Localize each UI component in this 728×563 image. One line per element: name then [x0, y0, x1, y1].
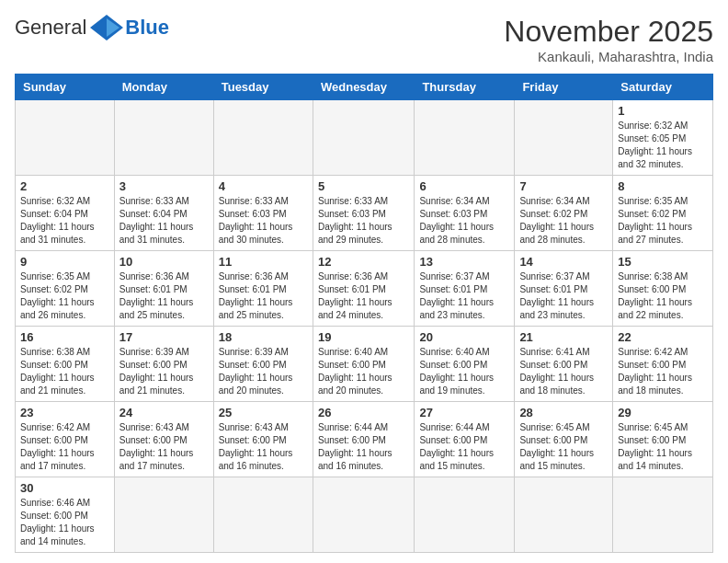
day-info: Sunrise: 6:37 AM Sunset: 6:01 PM Dayligh… — [419, 270, 509, 322]
calendar-cell — [515, 100, 613, 176]
day-info: Sunrise: 6:40 AM Sunset: 6:00 PM Dayligh… — [318, 346, 409, 397]
day-info: Sunrise: 6:32 AM Sunset: 6:04 PM Dayligh… — [20, 195, 109, 247]
day-info: Sunrise: 6:45 AM Sunset: 6:00 PM Dayligh… — [618, 421, 708, 473]
day-number: 4 — [219, 179, 308, 193]
calendar-cell: 22Sunrise: 6:42 AM Sunset: 6:00 PM Dayli… — [613, 327, 713, 402]
calendar-week-row: 16Sunrise: 6:38 AM Sunset: 6:00 PM Dayli… — [16, 327, 713, 402]
calendar-cell: 15Sunrise: 6:38 AM Sunset: 6:00 PM Dayli… — [613, 251, 713, 327]
logo-general-text: General — [15, 16, 86, 40]
day-info: Sunrise: 6:36 AM Sunset: 6:01 PM Dayligh… — [119, 270, 209, 322]
calendar-cell: 4Sunrise: 6:33 AM Sunset: 6:03 PM Daylig… — [213, 176, 313, 251]
day-number: 25 — [219, 406, 308, 419]
day-info: Sunrise: 6:45 AM Sunset: 6:00 PM Dayligh… — [519, 421, 608, 473]
day-info: Sunrise: 6:43 AM Sunset: 6:00 PM Dayligh… — [119, 421, 209, 473]
day-number: 12 — [318, 255, 409, 269]
day-number: 6 — [419, 179, 509, 193]
day-info: Sunrise: 6:39 AM Sunset: 6:00 PM Dayligh… — [219, 346, 308, 397]
day-info: Sunrise: 6:46 AM Sunset: 6:00 PM Dayligh… — [20, 497, 109, 548]
day-number: 9 — [20, 255, 109, 269]
day-number: 3 — [119, 179, 209, 193]
calendar-cell: 13Sunrise: 6:37 AM Sunset: 6:01 PM Dayli… — [415, 251, 515, 327]
calendar-cell: 6Sunrise: 6:34 AM Sunset: 6:03 PM Daylig… — [415, 176, 515, 251]
calendar-cell: 2Sunrise: 6:32 AM Sunset: 6:04 PM Daylig… — [16, 176, 115, 251]
calendar-cell: 28Sunrise: 6:45 AM Sunset: 6:00 PM Dayli… — [515, 402, 613, 477]
day-number: 26 — [318, 406, 409, 419]
day-info: Sunrise: 6:44 AM Sunset: 6:00 PM Dayligh… — [419, 421, 509, 473]
calendar-cell: 25Sunrise: 6:43 AM Sunset: 6:00 PM Dayli… — [213, 402, 313, 477]
day-info: Sunrise: 6:39 AM Sunset: 6:00 PM Dayligh… — [119, 346, 209, 397]
day-info: Sunrise: 6:44 AM Sunset: 6:00 PM Dayligh… — [318, 421, 409, 473]
calendar-cell — [213, 100, 313, 176]
day-info: Sunrise: 6:43 AM Sunset: 6:00 PM Dayligh… — [219, 421, 308, 473]
day-number: 7 — [519, 179, 608, 193]
calendar-cell: 3Sunrise: 6:33 AM Sunset: 6:04 PM Daylig… — [114, 176, 213, 251]
calendar-table: SundayMondayTuesdayWednesdayThursdayFrid… — [15, 74, 713, 553]
month-year-title: November 2025 — [504, 15, 713, 49]
day-number: 27 — [419, 406, 509, 419]
calendar-cell — [213, 477, 313, 553]
day-number: 22 — [618, 330, 708, 344]
calendar-cell: 27Sunrise: 6:44 AM Sunset: 6:00 PM Dayli… — [415, 402, 515, 477]
calendar-header-row: SundayMondayTuesdayWednesdayThursdayFrid… — [16, 75, 713, 100]
col-header-sunday: Sunday — [16, 75, 115, 100]
day-number: 15 — [618, 255, 708, 269]
calendar-cell: 21Sunrise: 6:41 AM Sunset: 6:00 PM Dayli… — [515, 327, 613, 402]
page-header: General Blue November 2025 Kankauli, Mah… — [15, 15, 713, 64]
day-number: 5 — [318, 179, 409, 193]
calendar-cell: 5Sunrise: 6:33 AM Sunset: 6:03 PM Daylig… — [313, 176, 414, 251]
day-number: 10 — [119, 255, 209, 269]
day-info: Sunrise: 6:40 AM Sunset: 6:00 PM Dayligh… — [419, 346, 509, 397]
location-subtitle: Kankauli, Maharashtra, India — [504, 49, 713, 64]
col-header-friday: Friday — [515, 75, 613, 100]
calendar-cell: 20Sunrise: 6:40 AM Sunset: 6:00 PM Dayli… — [415, 327, 515, 402]
title-block: November 2025 Kankauli, Maharashtra, Ind… — [504, 15, 713, 64]
calendar-cell: 9Sunrise: 6:35 AM Sunset: 6:02 PM Daylig… — [16, 251, 115, 327]
col-header-wednesday: Wednesday — [313, 75, 414, 100]
day-info: Sunrise: 6:35 AM Sunset: 6:02 PM Dayligh… — [618, 195, 708, 247]
calendar-cell: 14Sunrise: 6:37 AM Sunset: 6:01 PM Dayli… — [515, 251, 613, 327]
day-number: 21 — [519, 330, 608, 344]
calendar-cell: 12Sunrise: 6:36 AM Sunset: 6:01 PM Dayli… — [313, 251, 414, 327]
day-number: 24 — [119, 406, 209, 419]
calendar-cell — [415, 100, 515, 176]
calendar-week-row: 2Sunrise: 6:32 AM Sunset: 6:04 PM Daylig… — [16, 176, 713, 251]
calendar-cell — [16, 100, 115, 176]
calendar-cell: 8Sunrise: 6:35 AM Sunset: 6:02 PM Daylig… — [613, 176, 713, 251]
calendar-cell: 23Sunrise: 6:42 AM Sunset: 6:00 PM Dayli… — [16, 402, 115, 477]
day-number: 30 — [20, 481, 109, 495]
day-number: 1 — [618, 104, 708, 118]
calendar-cell — [313, 100, 414, 176]
calendar-cell — [114, 477, 213, 553]
calendar-cell: 18Sunrise: 6:39 AM Sunset: 6:00 PM Dayli… — [213, 327, 313, 402]
calendar-cell: 24Sunrise: 6:43 AM Sunset: 6:00 PM Dayli… — [114, 402, 213, 477]
day-number: 2 — [20, 179, 109, 193]
calendar-cell — [515, 477, 613, 553]
day-number: 11 — [219, 255, 308, 269]
day-info: Sunrise: 6:37 AM Sunset: 6:01 PM Dayligh… — [519, 270, 608, 322]
calendar-week-row: 30Sunrise: 6:46 AM Sunset: 6:00 PM Dayli… — [16, 477, 713, 553]
day-info: Sunrise: 6:32 AM Sunset: 6:05 PM Dayligh… — [618, 120, 708, 171]
day-info: Sunrise: 6:33 AM Sunset: 6:03 PM Dayligh… — [318, 195, 409, 247]
logo-blue-text: Blue — [125, 16, 169, 40]
calendar-cell: 10Sunrise: 6:36 AM Sunset: 6:01 PM Dayli… — [114, 251, 213, 327]
calendar-cell: 17Sunrise: 6:39 AM Sunset: 6:00 PM Dayli… — [114, 327, 213, 402]
day-info: Sunrise: 6:42 AM Sunset: 6:00 PM Dayligh… — [618, 346, 708, 397]
day-number: 29 — [618, 406, 708, 419]
day-info: Sunrise: 6:33 AM Sunset: 6:04 PM Dayligh… — [119, 195, 209, 247]
calendar-cell: 1Sunrise: 6:32 AM Sunset: 6:05 PM Daylig… — [613, 100, 713, 176]
calendar-cell: 29Sunrise: 6:45 AM Sunset: 6:00 PM Dayli… — [613, 402, 713, 477]
day-info: Sunrise: 6:34 AM Sunset: 6:03 PM Dayligh… — [419, 195, 509, 247]
logo: General Blue — [15, 15, 169, 40]
day-info: Sunrise: 6:42 AM Sunset: 6:00 PM Dayligh… — [20, 421, 109, 473]
calendar-cell: 7Sunrise: 6:34 AM Sunset: 6:02 PM Daylig… — [515, 176, 613, 251]
day-number: 14 — [519, 255, 608, 269]
day-info: Sunrise: 6:38 AM Sunset: 6:00 PM Dayligh… — [20, 346, 109, 397]
calendar-cell — [415, 477, 515, 553]
day-info: Sunrise: 6:36 AM Sunset: 6:01 PM Dayligh… — [318, 270, 409, 322]
calendar-cell: 30Sunrise: 6:46 AM Sunset: 6:00 PM Dayli… — [16, 477, 115, 553]
calendar-cell: 19Sunrise: 6:40 AM Sunset: 6:00 PM Dayli… — [313, 327, 414, 402]
col-header-tuesday: Tuesday — [213, 75, 313, 100]
calendar-week-row: 9Sunrise: 6:35 AM Sunset: 6:02 PM Daylig… — [16, 251, 713, 327]
calendar-cell: 26Sunrise: 6:44 AM Sunset: 6:00 PM Dayli… — [313, 402, 414, 477]
day-number: 18 — [219, 330, 308, 344]
